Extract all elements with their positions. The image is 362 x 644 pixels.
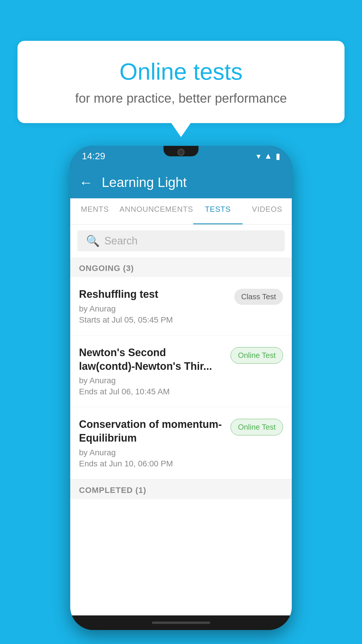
tab-tests[interactable]: TESTS bbox=[193, 198, 242, 224]
test-author-conservation: by Anurag bbox=[79, 448, 225, 457]
bubble-subtitle: for more practice, better performance bbox=[41, 91, 321, 106]
content-area: 🔍 Search ONGOING (3) Reshuffling test by… bbox=[70, 225, 292, 615]
test-info-conservation: Conservation of momentum-Equilibrium by … bbox=[79, 418, 225, 468]
status-time: 14:29 bbox=[82, 151, 105, 162]
test-date-conservation: Ends at Jun 10, 06:00 PM bbox=[79, 459, 225, 468]
test-date-reshuffling: Starts at Jul 05, 05:45 PM bbox=[79, 315, 229, 325]
search-placeholder: Search bbox=[104, 235, 138, 247]
completed-section-header: COMPLETED (1) bbox=[70, 479, 292, 499]
test-item-conservation[interactable]: Conservation of momentum-Equilibrium by … bbox=[70, 407, 292, 479]
status-icons: ▾ ▲ ▮ bbox=[256, 151, 280, 161]
wifi-icon: ▾ bbox=[256, 151, 261, 161]
test-name-conservation: Conservation of momentum-Equilibrium bbox=[79, 418, 225, 445]
test-author-reshuffling: by Anurag bbox=[79, 304, 229, 314]
test-badge-reshuffling: Class Test bbox=[234, 289, 283, 305]
search-bar-container: 🔍 Search bbox=[70, 225, 292, 257]
phone-bottom bbox=[70, 615, 292, 630]
tab-bar: MENTS ANNOUNCEMENTS TESTS VIDEOS bbox=[70, 198, 292, 225]
phone-notch bbox=[164, 146, 198, 156]
speech-bubble: Online tests for more practice, better p… bbox=[17, 41, 345, 123]
test-item-reshuffling[interactable]: Reshuffling test by Anurag Starts at Jul… bbox=[70, 277, 292, 335]
back-button[interactable]: ← bbox=[79, 174, 93, 190]
battery-icon: ▮ bbox=[276, 151, 280, 161]
bubble-title: Online tests bbox=[41, 58, 321, 85]
test-author-newton: by Anurag bbox=[79, 376, 225, 385]
test-name-newton: Newton's Second law(contd)-Newton's Thir… bbox=[79, 346, 225, 373]
test-badge-newton: Online Test bbox=[231, 347, 283, 364]
tab-assignments[interactable]: MENTS bbox=[70, 198, 120, 224]
search-bar[interactable]: 🔍 Search bbox=[77, 230, 285, 251]
app-bar: ← Learning Light bbox=[70, 166, 292, 198]
tab-videos[interactable]: VIDEOS bbox=[242, 198, 292, 224]
test-item-newton[interactable]: Newton's Second law(contd)-Newton's Thir… bbox=[70, 335, 292, 407]
tab-announcements[interactable]: ANNOUNCEMENTS bbox=[120, 198, 193, 224]
test-info-newton: Newton's Second law(contd)-Newton's Thir… bbox=[79, 346, 225, 397]
search-icon: 🔍 bbox=[86, 235, 100, 247]
ongoing-section-header: ONGOING (3) bbox=[70, 257, 292, 277]
speech-bubble-container: Online tests for more practice, better p… bbox=[17, 41, 345, 123]
test-date-newton: Ends at Jul 06, 10:45 AM bbox=[79, 387, 225, 396]
front-camera bbox=[178, 149, 184, 156]
test-name-reshuffling: Reshuffling test bbox=[79, 288, 229, 301]
signal-icon: ▲ bbox=[264, 151, 272, 161]
test-badge-conservation: Online Test bbox=[231, 419, 283, 435]
test-info-reshuffling: Reshuffling test by Anurag Starts at Jul… bbox=[79, 288, 229, 325]
tests-list: Reshuffling test by Anurag Starts at Jul… bbox=[70, 277, 292, 615]
home-indicator[interactable] bbox=[152, 622, 210, 624]
app-title: Learning Light bbox=[102, 174, 187, 190]
phone-frame: 14:29 ▾ ▲ ▮ ← Learning Light MENTS ANNOU… bbox=[70, 146, 292, 630]
